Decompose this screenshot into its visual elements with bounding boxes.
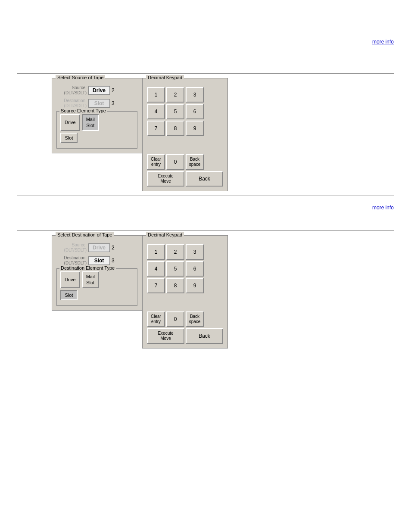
element-type-btn-row-4: Slot [60, 290, 134, 300]
dest-label: Destination: (DLT/SDLT) [56, 98, 87, 109]
clear-entry-btn-1[interactable]: Clear entry [147, 154, 165, 170]
key-1-btn-2[interactable]: 1 [147, 244, 165, 260]
dest-row-2: Destination: (DLT/SDLT) Slot 3 [56, 255, 137, 266]
keypad-grid-1: 1 2 3 4 5 6 7 8 9 [147, 87, 223, 153]
back-btn-2[interactable]: Back [186, 328, 223, 344]
backspace-btn-2[interactable]: Back space [186, 311, 204, 327]
key-8-btn-2[interactable]: 8 [166, 278, 184, 293]
mail-slot-button-2[interactable]: Mail Slot [82, 271, 99, 288]
element-type-btn-row-2: Slot [60, 133, 134, 143]
keypad-label-1: Decimal Keypad [146, 75, 184, 80]
panel1-container: Select Source of Tape Source: (DLT/SDLT)… [52, 78, 394, 191]
execute-move-btn-1[interactable]: Execute Move [147, 171, 184, 187]
drive-button-1[interactable]: Drive [60, 114, 80, 131]
divider-1 [17, 73, 394, 74]
dest-value: Slot [88, 99, 110, 108]
keypad-panel-2: Decimal Keypad 1 2 3 4 5 6 7 8 9 Clear e… [142, 235, 228, 348]
source-element-type-box: Source Element Type Drive Mail Slot Slot [56, 111, 137, 149]
drive-button-2[interactable]: Drive [60, 271, 80, 288]
source-row-2: Source: (DLT/SDLT) Drive 2 [56, 243, 137, 253]
source-value-2: Drive [88, 243, 110, 252]
key-9-btn[interactable]: 9 [186, 121, 204, 136]
key-6-btn[interactable]: 6 [186, 104, 204, 119]
key-5-btn-2[interactable]: 5 [166, 261, 184, 277]
key-2-btn-2[interactable]: 2 [166, 244, 184, 260]
key-4-btn-2[interactable]: 4 [147, 261, 165, 277]
source-label: Source: (DLT/SDLT) [56, 85, 87, 96]
key-5-btn[interactable]: 5 [166, 104, 184, 119]
mail-slot-button-1[interactable]: Mail Slot [82, 114, 99, 131]
key-0-btn-2[interactable]: 0 [166, 311, 184, 327]
page: more info Select Source of Tape Source: … [0, 0, 411, 370]
key-8-btn[interactable]: 8 [166, 121, 184, 136]
keypad-bottom-1: Clear entry 0 Back space [147, 154, 223, 170]
back-btn-1[interactable]: Back [186, 171, 223, 187]
dest-value-2: Slot [88, 256, 110, 265]
element-type-btn-row-1: Drive Mail Slot [60, 114, 134, 131]
slot-button-1[interactable]: Slot [60, 133, 78, 143]
key-6-btn-2[interactable]: 6 [186, 261, 204, 277]
source-number-2: 2 [112, 245, 115, 251]
keypad-execute-row-1: Execute Move Back [147, 171, 223, 187]
element-type-btn-row-3: Drive Mail Slot [60, 271, 134, 288]
top-section: more info [17, 13, 394, 65]
key-9-btn-2[interactable]: 9 [186, 278, 204, 293]
mid-section: more info [17, 200, 394, 226]
key-3-btn[interactable]: 3 [186, 87, 204, 103]
panel2-container: Select Destination of Tape Source: (DLT/… [52, 235, 394, 348]
dest-number: 3 [112, 100, 115, 106]
dest-row: Destination: (DLT/SDLT) Slot 3 [56, 98, 137, 109]
source-element-type-label: Source Element Type [59, 108, 107, 113]
divider-2 [17, 196, 394, 196]
backspace-btn-1[interactable]: Back space [186, 154, 204, 170]
source-number: 2 [112, 87, 115, 93]
divider-4 [17, 353, 394, 353]
mid-link[interactable]: more info [372, 205, 394, 211]
top-link[interactable]: more info [372, 39, 394, 45]
dest-label-2: Destination: (DLT/SDLT) [56, 255, 87, 266]
key-0-btn-1[interactable]: 0 [166, 154, 184, 170]
execute-move-btn-2[interactable]: Execute Move [147, 328, 184, 344]
key-7-btn[interactable]: 7 [147, 121, 165, 136]
dest-element-type-box: Destination Element Type Drive Mail Slot… [56, 268, 137, 306]
keypad-execute-row-2: Execute Move Back [147, 328, 223, 344]
dest-of-tape-box: Select Destination of Tape Source: (DLT/… [52, 235, 142, 311]
key-2-btn[interactable]: 2 [166, 87, 184, 103]
source-label-2: Source: (DLT/SDLT) [56, 243, 87, 253]
key-4-btn[interactable]: 4 [147, 104, 165, 119]
dest-box-label: Select Destination of Tape [56, 232, 114, 237]
slot-button-2[interactable]: Slot [60, 290, 78, 300]
clear-entry-btn-2[interactable]: Clear entry [147, 311, 165, 327]
source-row: Source: (DLT/SDLT) Drive 2 [56, 85, 137, 96]
divider-3 [17, 230, 394, 231]
keypad-grid-2: 1 2 3 4 5 6 7 8 9 [147, 244, 223, 310]
key-7-btn-2[interactable]: 7 [147, 278, 165, 293]
source-value: Drive [88, 86, 110, 95]
source-of-tape-box: Select Source of Tape Source: (DLT/SDLT)… [52, 78, 142, 153]
source-box-label: Select Source of Tape [56, 75, 105, 80]
dest-element-type-label: Destination Element Type [59, 265, 116, 271]
keypad-label-2: Decimal Keypad [146, 232, 184, 237]
keypad-bottom-2: Clear entry 0 Back space [147, 311, 223, 327]
key-3-btn-2[interactable]: 3 [186, 244, 204, 260]
keypad-panel-1: Decimal Keypad 1 2 3 4 5 6 7 8 9 Clear e… [142, 78, 228, 191]
key-1-btn[interactable]: 1 [147, 87, 165, 103]
dest-number-2: 3 [112, 258, 115, 264]
